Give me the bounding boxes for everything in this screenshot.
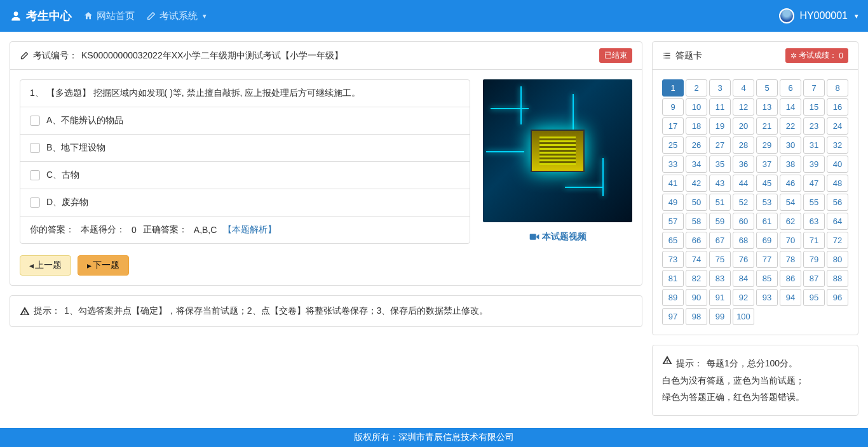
answer-cell[interactable]: 52	[733, 194, 754, 211]
answer-cell[interactable]: 46	[780, 175, 801, 192]
answer-cell[interactable]: 60	[733, 213, 754, 230]
answer-cell[interactable]: 34	[686, 156, 707, 173]
answer-cell[interactable]: 54	[780, 194, 801, 211]
answer-cell[interactable]: 16	[827, 98, 848, 116]
option-d[interactable]: D、废弃物	[20, 189, 470, 217]
answer-cell[interactable]: 44	[733, 175, 754, 192]
next-button[interactable]: ▸ 下一题	[78, 255, 129, 276]
checkbox-a[interactable]	[30, 116, 40, 126]
answer-cell[interactable]: 95	[803, 289, 825, 306]
answer-cell[interactable]: 80	[827, 251, 848, 268]
answer-cell[interactable]: 63	[803, 213, 825, 230]
answer-cell[interactable]: 28	[733, 137, 754, 154]
answer-cell[interactable]: 39	[803, 156, 825, 173]
answer-cell[interactable]: 38	[780, 156, 801, 173]
answer-cell[interactable]: 92	[733, 289, 754, 306]
answer-cell[interactable]: 89	[662, 289, 684, 306]
answer-cell[interactable]: 24	[827, 117, 848, 135]
answer-cell[interactable]: 6	[780, 79, 801, 97]
answer-cell[interactable]: 18	[686, 117, 707, 135]
answer-cell[interactable]: 9	[662, 98, 684, 116]
answer-cell[interactable]: 19	[709, 117, 731, 135]
answer-cell[interactable]: 67	[709, 232, 731, 249]
answer-cell[interactable]: 91	[709, 289, 731, 306]
answer-cell[interactable]: 10	[686, 98, 707, 116]
navbar-brand[interactable]: 考生中心	[10, 8, 72, 23]
answer-cell[interactable]: 15	[803, 98, 825, 116]
checkbox-c[interactable]	[30, 170, 40, 180]
answer-cell[interactable]: 25	[662, 137, 684, 154]
answer-cell[interactable]: 72	[827, 232, 848, 249]
answer-cell[interactable]: 94	[780, 289, 801, 306]
answer-cell[interactable]: 48	[827, 175, 848, 192]
answer-cell[interactable]: 45	[756, 175, 778, 192]
answer-cell[interactable]: 36	[733, 156, 754, 173]
analysis-link[interactable]: 【本题解析】	[223, 224, 276, 236]
answer-cell[interactable]: 78	[780, 251, 801, 268]
answer-cell[interactable]: 35	[709, 156, 731, 173]
answer-cell[interactable]: 84	[733, 270, 754, 287]
answer-cell[interactable]: 64	[827, 213, 848, 230]
answer-cell[interactable]: 49	[662, 194, 684, 211]
answer-cell[interactable]: 22	[780, 117, 801, 135]
answer-cell[interactable]: 69	[756, 232, 778, 249]
answer-cell[interactable]: 100	[733, 308, 754, 325]
answer-cell[interactable]: 93	[756, 289, 778, 306]
answer-cell[interactable]: 62	[780, 213, 801, 230]
answer-cell[interactable]: 13	[756, 98, 778, 116]
answer-cell[interactable]: 87	[803, 270, 825, 287]
answer-cell[interactable]: 65	[662, 232, 684, 249]
answer-cell[interactable]: 41	[662, 175, 684, 192]
answer-cell[interactable]: 32	[827, 137, 848, 154]
answer-cell[interactable]: 79	[803, 251, 825, 268]
answer-cell[interactable]: 59	[709, 213, 731, 230]
answer-cell[interactable]: 20	[733, 117, 754, 135]
checkbox-d[interactable]	[30, 197, 40, 208]
answer-cell[interactable]: 66	[686, 232, 707, 249]
prev-button[interactable]: ◂ 上一题	[20, 255, 71, 276]
answer-cell[interactable]: 8	[827, 79, 848, 97]
answer-cell[interactable]: 42	[686, 175, 707, 192]
answer-cell[interactable]: 11	[709, 98, 731, 116]
answer-cell[interactable]: 74	[686, 251, 707, 268]
answer-cell[interactable]: 55	[803, 194, 825, 211]
answer-cell[interactable]: 3	[709, 79, 731, 97]
answer-cell[interactable]: 53	[756, 194, 778, 211]
answer-cell[interactable]: 57	[662, 213, 684, 230]
answer-cell[interactable]: 31	[803, 137, 825, 154]
answer-cell[interactable]: 68	[733, 232, 754, 249]
answer-cell[interactable]: 30	[780, 137, 801, 154]
answer-cell[interactable]: 97	[662, 308, 684, 325]
nav-exam-system[interactable]: 考试系统	[146, 10, 207, 22]
user-menu[interactable]: HY000001	[779, 8, 858, 23]
nav-home[interactable]: 网站首页	[83, 10, 135, 22]
answer-cell[interactable]: 56	[827, 194, 848, 211]
answer-cell[interactable]: 33	[662, 156, 684, 173]
answer-cell[interactable]: 99	[709, 308, 731, 325]
answer-cell[interactable]: 77	[756, 251, 778, 268]
answer-cell[interactable]: 83	[709, 270, 731, 287]
answer-cell[interactable]: 81	[662, 270, 684, 287]
answer-cell[interactable]: 90	[686, 289, 707, 306]
answer-cell[interactable]: 14	[780, 98, 801, 116]
answer-cell[interactable]: 27	[709, 137, 731, 154]
answer-cell[interactable]: 7	[803, 79, 825, 97]
answer-cell[interactable]: 50	[686, 194, 707, 211]
answer-cell[interactable]: 85	[756, 270, 778, 287]
answer-cell[interactable]: 98	[686, 308, 707, 325]
answer-cell[interactable]: 17	[662, 117, 684, 135]
answer-cell[interactable]: 23	[803, 117, 825, 135]
video-link[interactable]: 本试题视频	[529, 231, 587, 243]
answer-cell[interactable]: 96	[827, 289, 848, 306]
answer-cell[interactable]: 58	[686, 213, 707, 230]
answer-cell[interactable]: 51	[709, 194, 731, 211]
checkbox-b[interactable]	[30, 143, 40, 153]
answer-cell[interactable]: 4	[733, 79, 754, 97]
answer-cell[interactable]: 73	[662, 251, 684, 268]
answer-cell[interactable]: 70	[780, 232, 801, 249]
answer-cell[interactable]: 43	[709, 175, 731, 192]
answer-cell[interactable]: 26	[686, 137, 707, 154]
answer-cell[interactable]: 75	[709, 251, 731, 268]
option-c[interactable]: C、古物	[20, 162, 470, 189]
answer-cell[interactable]: 82	[686, 270, 707, 287]
